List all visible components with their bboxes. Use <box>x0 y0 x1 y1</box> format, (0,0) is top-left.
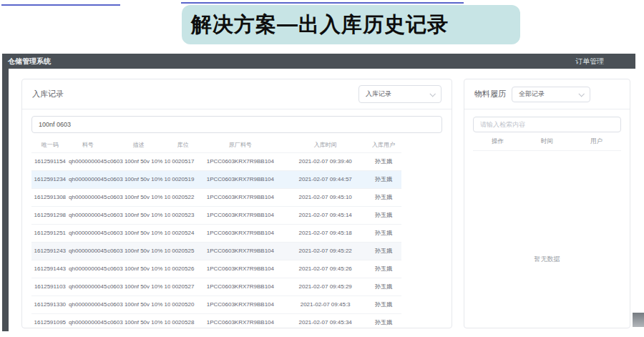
table-cell: 孙玉娥 <box>366 170 401 188</box>
table-cell: 孙玉娥 <box>366 313 401 331</box>
table-cell: 孙玉娥 <box>366 206 401 224</box>
column-header: 入库用户 <box>366 137 401 152</box>
column-header: 入库时间 <box>285 137 366 152</box>
history-panel-title: 物料履历 <box>474 89 506 99</box>
table-cell: c0603 100nf 50v 10% 104 <box>107 313 170 331</box>
table-cell: c0603 100nf 50v 10% 104 <box>107 296 170 313</box>
table-cell: 孙玉娥 <box>366 188 401 206</box>
table-cell: c0603 100nf 50v 10% 104 <box>107 188 170 206</box>
inbound-search-input[interactable] <box>31 116 442 133</box>
table-cell: 0020525 <box>170 242 196 260</box>
table-cell: 2021-02-07 09:45:29 <box>285 278 366 296</box>
table-cell: 孙玉娥 <box>366 242 401 260</box>
table-row[interactable]: 1612591330qh0000000045c0603 100nf 50v 10… <box>31 296 401 313</box>
table-cell: 0020520 <box>170 296 196 313</box>
table-cell: 2021-02-07 09:45:14 <box>285 206 366 224</box>
table-cell: qh0000000045 <box>69 296 107 313</box>
history-filter-select[interactable]: 全部记录 <box>512 87 590 102</box>
slide-title: 解决方案—出入库历史记录 <box>191 11 449 39</box>
table-cell: 1612591443 <box>31 260 69 278</box>
table-cell: 0020526 <box>170 260 196 278</box>
table-cell: 1612591298 <box>31 206 69 224</box>
table-cell: 0020522 <box>170 188 196 206</box>
table-cell: c0603 100nf 50v 10% 104 <box>107 152 170 170</box>
table-row[interactable]: 1612591308qh0000000045c0603 100nf 50v 10… <box>31 188 401 206</box>
table-cell: 1612591330 <box>31 296 69 313</box>
table-cell: 0020517 <box>170 152 196 170</box>
history-search-input[interactable] <box>473 117 621 132</box>
record-type-select[interactable]: 入库记录 <box>358 85 441 103</box>
table-cell: qh0000000045 <box>69 260 107 278</box>
column-header: 操作 <box>473 137 522 146</box>
chevron-down-icon <box>578 91 584 97</box>
table-cell: 1PCC0603KRX7R9BB104 <box>196 296 285 313</box>
table-cell: 2021-02-07 09:45:3 <box>285 296 366 313</box>
table-cell: 1PCC0603KRX7R9BB104 <box>196 242 285 260</box>
history-panel-header: 物料履历 全部记录 <box>464 79 630 109</box>
table-cell: 1612591234 <box>31 170 69 188</box>
column-header: 用户 <box>572 137 621 146</box>
table-cell: qh0000000045 <box>69 206 107 224</box>
table-cell: 2021-02-07 09:39:40 <box>285 152 366 170</box>
app-title: 仓储管理系统 <box>8 57 51 67</box>
table-cell: 1612591103 <box>31 278 69 296</box>
history-table-header-row: 操作时间用户 <box>473 132 621 151</box>
table-row[interactable]: 1612591103qh0000000045c0603 100nf 50v 10… <box>31 278 401 296</box>
table-row[interactable]: 1612591298qh0000000045c0603 100nf 50v 10… <box>31 206 401 224</box>
table-cell: 2021-02-07 09:45:34 <box>285 313 366 331</box>
no-data-text: 暂无数据 <box>535 255 560 264</box>
table-row[interactable]: 1612591251qh0000000045c0603 100nf 50v 10… <box>31 224 401 242</box>
table-row[interactable]: 1612591234qh0000000045c0603 100nf 50v 10… <box>31 170 401 188</box>
table-cell: qh0000000045 <box>69 152 107 170</box>
table-cell: 1612591251 <box>31 224 69 242</box>
table-cell: 0020519 <box>170 170 196 188</box>
table-cell: c0603 100nf 50v 10% 104 <box>107 242 170 260</box>
table-cell: qh0000000045 <box>69 242 107 260</box>
table-cell: 1PCC0603KRX7R9BB104 <box>196 170 285 188</box>
table-cell: c0603 100nf 50v 10% 104 <box>107 206 170 224</box>
inbound-table-header-row: 唯一码料号描述库位原厂料号入库时间入库用户 <box>31 137 401 152</box>
column-header: 唯一码 <box>31 137 69 152</box>
material-history-panel: 物料履历 全部记录 操作时间用户 暂无数据 <box>464 79 630 328</box>
table-cell: c0603 100nf 50v 10% 104 <box>107 278 170 296</box>
history-filter-value: 全部记录 <box>519 89 545 99</box>
scrollbar-thumb[interactable] <box>633 313 644 327</box>
table-cell: 1PCC0603KRX7R9BB104 <box>196 224 285 242</box>
app-header-bar: 仓储管理系统 订单管理 移 <box>2 54 635 69</box>
table-cell: 2021-02-07 09:45:26 <box>285 260 366 278</box>
column-header: 料号 <box>69 137 107 152</box>
table-cell: 1612591095 <box>31 313 69 331</box>
inbound-table: 唯一码料号描述库位原厂料号入库时间入库用户 1612591154qh000000… <box>31 137 401 331</box>
table-cell: 孙玉娥 <box>366 224 401 242</box>
table-cell: 2021-02-07 09:45:10 <box>285 188 366 206</box>
table-cell: c0603 100nf 50v 10% 104 <box>107 260 170 278</box>
chevron-down-icon <box>429 91 435 97</box>
table-cell: qh0000000045 <box>69 224 107 242</box>
slide-title-banner: 解决方案—出入库历史记录 <box>182 5 520 44</box>
table-cell: 孙玉娥 <box>366 278 401 296</box>
table-cell: qh0000000045 <box>69 313 107 331</box>
inbound-table-body: 1612591154qh0000000045c0603 100nf 50v 10… <box>31 152 401 331</box>
table-cell: 1PCC0603KRX7R9BB104 <box>196 188 285 206</box>
table-row[interactable]: 1612591443qh0000000045c0603 100nf 50v 10… <box>31 260 401 278</box>
top-accent-line-left <box>1 4 120 6</box>
table-cell: 1PCC0603KRX7R9BB104 <box>196 206 285 224</box>
table-cell: 2021-02-07 09:45:18 <box>285 224 366 242</box>
table-cell: 1PCC0603KRX7R9BB104 <box>196 152 285 170</box>
inbound-panel-title: 入库记录 <box>32 89 64 99</box>
table-cell: qh0000000045 <box>69 278 107 296</box>
column-header: 原厂料号 <box>196 137 285 152</box>
table-cell: 1PCC0603KRX7R9BB104 <box>196 278 285 296</box>
column-header: 描述 <box>107 137 170 152</box>
app-nav: 订单管理 移 <box>575 57 635 67</box>
table-cell: 1PCC0603KRX7R9BB104 <box>196 260 285 278</box>
table-row[interactable]: 1612591154qh0000000045c0603 100nf 50v 10… <box>31 152 401 170</box>
table-row[interactable]: 1612591243qh0000000045c0603 100nf 50v 10… <box>31 242 401 260</box>
table-cell: c0603 100nf 50v 10% 104 <box>107 224 170 242</box>
inbound-panel-header: 入库记录 入库记录 <box>22 79 452 109</box>
table-cell: 1612591154 <box>31 152 69 170</box>
table-row[interactable]: 1612591095qh0000000045c0603 100nf 50v 10… <box>31 313 401 331</box>
nav-item-order-management[interactable]: 订单管理 <box>575 57 604 67</box>
table-cell: 0020523 <box>170 206 196 224</box>
top-accent-line-right <box>181 2 464 4</box>
